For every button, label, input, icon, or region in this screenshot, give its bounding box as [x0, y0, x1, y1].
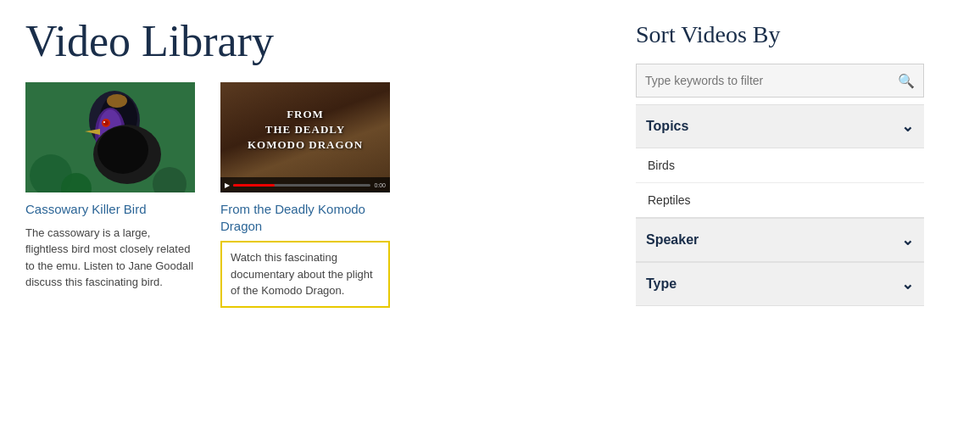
type-chevron-icon: ⌄ — [901, 275, 914, 293]
video-card-cassowary: Cassowary Killer Bird The cassowary is a… — [25, 82, 195, 308]
filter-type-section: Type ⌄ — [636, 262, 924, 306]
search-icon: 🔍 — [898, 73, 915, 89]
komodo-overlay-text: FROMTHE DEADLYKOMODO DRAGON — [248, 107, 363, 153]
search-input[interactable] — [645, 74, 898, 87]
video-title-cassowary[interactable]: Cassowary Killer Bird — [25, 201, 195, 218]
video-time: 0:00 — [374, 182, 386, 188]
filter-speaker-header[interactable]: Speaker ⌄ — [636, 219, 924, 262]
thumbnail-cassowary[interactable] — [25, 82, 195, 192]
svg-point-10 — [97, 126, 148, 174]
topics-chevron-icon: ⌄ — [901, 117, 914, 136]
search-box[interactable]: 🔍 — [636, 64, 924, 98]
filter-topics-label: Topics — [646, 119, 688, 134]
svg-point-8 — [103, 121, 105, 123]
page-title: Video Library — [25, 17, 602, 65]
thumbnail-komodo[interactable]: FROMTHE DEADLYKOMODO DRAGON ▶ 0:00 — [220, 82, 390, 192]
video-grid: Cassowary Killer Bird The cassowary is a… — [25, 82, 602, 308]
filter-speaker-section: Speaker ⌄ — [636, 218, 924, 262]
svg-point-7 — [103, 120, 109, 125]
video-desc-cassowary: The cassowary is a large, flightless bir… — [25, 225, 195, 291]
video-title-komodo[interactable]: From the Deadly Komodo Dragon — [220, 201, 390, 234]
filter-type-label: Type — [646, 276, 677, 292]
progress-bar[interactable] — [233, 184, 370, 187]
video-desc-komodo: Watch this fascinating documentary about… — [220, 241, 390, 308]
filter-type-header[interactable]: Type ⌄ — [636, 263, 924, 306]
play-icon[interactable]: ▶ — [225, 181, 230, 189]
filter-topics-header[interactable]: Topics ⌄ — [636, 105, 924, 148]
progress-fill — [233, 184, 275, 187]
sort-title: Sort Videos By — [636, 21, 924, 48]
video-card-komodo: FROMTHE DEADLYKOMODO DRAGON ▶ 0:00 From … — [220, 82, 390, 308]
main-content: Video Library — [25, 17, 602, 308]
filter-topics-section: Topics ⌄ Birds Reptiles — [636, 104, 924, 218]
svg-point-5 — [107, 94, 127, 108]
filter-item-birds[interactable]: Birds — [636, 148, 924, 183]
speaker-chevron-icon: ⌄ — [901, 231, 914, 249]
filter-speaker-label: Speaker — [646, 232, 699, 248]
komodo-video-controls[interactable]: ▶ 0:00 — [220, 177, 390, 192]
filter-item-reptiles[interactable]: Reptiles — [636, 183, 924, 218]
sidebar: Sort Videos By 🔍 Topics ⌄ Birds Reptiles… — [636, 17, 924, 308]
